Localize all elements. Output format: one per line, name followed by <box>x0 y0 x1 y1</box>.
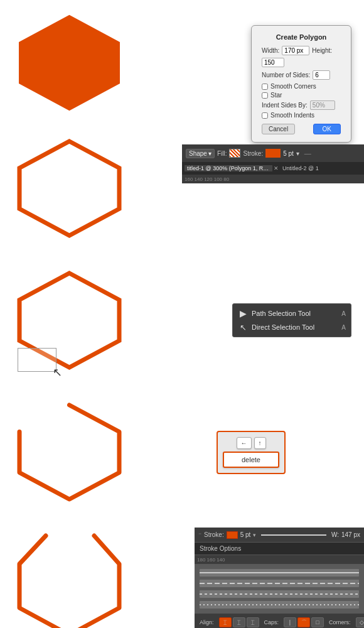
section5-wrapper: ⁻ Stroke: 5 pt ▾ W: 147 px Stroke Option… <box>0 515 364 628</box>
smooth-corners-checkbox[interactable] <box>262 84 268 90</box>
left-arrow-key[interactable]: ← <box>237 437 252 449</box>
path-selection-tool-row[interactable]: ▶ Path Selection Tool A <box>233 306 351 320</box>
smooth-indents-checkbox[interactable] <box>262 112 268 119</box>
align-label: Align: <box>200 619 214 625</box>
tools-panel: ▶ Path Selection Tool A ↖ Direct Selecti… <box>232 303 351 337</box>
fill-swatch[interactable] <box>229 149 240 158</box>
shape-dropdown-label: Shape <box>189 150 207 157</box>
separator-bar: — <box>304 149 311 157</box>
direct-selection-icon: ↖ <box>238 322 248 332</box>
path-selection-icon: ▶ <box>238 308 248 318</box>
stroke-ruler: 180 160 140 <box>195 555 364 564</box>
caps-label: Caps: <box>264 619 279 625</box>
w-value: 147 px <box>341 531 360 538</box>
stroke-options-title: Stroke Options <box>200 545 241 552</box>
caps-buttons: | ⌒ □ <box>284 617 324 627</box>
stroke-swatch[interactable] <box>265 149 281 158</box>
tab-inactive-item[interactable]: Untitled-2 @ 1 <box>280 165 321 171</box>
caps-round-btn[interactable]: ⌒ <box>297 617 310 627</box>
shape-dropdown[interactable]: Shape ▾ <box>186 149 215 158</box>
stroke-icon: ⁻ <box>198 531 201 538</box>
star-checkbox[interactable] <box>262 92 268 99</box>
direct-selection-shortcut: A <box>341 324 346 331</box>
section2-toolbar-area: Shape ▾ Fill: Stroke: 5 pt ▾ — titled-1 … <box>138 126 364 251</box>
shape-dropdown-arrow: ▾ <box>208 150 211 157</box>
solid-line-option[interactable] <box>200 569 359 577</box>
tab-bar: titled-1 @ 300% (Polygon 1, RGB/8) * ✕ U… <box>182 162 364 175</box>
indent-input[interactable] <box>310 100 335 110</box>
ruler-marks-stroke: 180 160 140 <box>197 557 225 563</box>
section3-wrapper: ↖ ▶ Path Selection Tool A ↖ Direct Selec… <box>0 251 364 389</box>
up-arrow-key[interactable]: ↑ <box>254 437 266 449</box>
caps-square-btn[interactable]: □ <box>311 617 324 627</box>
stroke-dash-preview <box>261 534 326 536</box>
height-label: Height: <box>312 47 332 54</box>
fill-label: Fill: <box>217 150 227 157</box>
section1-hex-container <box>0 0 138 126</box>
path-selection-tool-label: Path Selection Tool <box>252 310 311 317</box>
stroke-label: Stroke: <box>243 150 263 157</box>
stroke-bottom-controls: Align: ⌶ ⌶ ⌶ Caps: | ⌒ □ Corners: ◇ <box>195 614 364 628</box>
section5-hex-container <box>0 515 138 628</box>
cursor-icon: ↖ <box>53 367 62 378</box>
width-input[interactable] <box>282 46 309 55</box>
stroke-options-panel: ⁻ Stroke: 5 pt ▾ W: 147 px Stroke Option… <box>195 528 364 628</box>
dash-line-option-2[interactable] <box>200 590 359 598</box>
tab-close-icon[interactable]: ✕ <box>274 165 279 171</box>
section3-hex-container: ↖ <box>0 251 138 389</box>
w-label: W: <box>331 531 339 538</box>
corners-buttons: ◇ ◯ ▭ <box>356 617 364 627</box>
stroke-top-bar: ⁻ Stroke: 5 pt ▾ W: 147 px <box>195 528 364 543</box>
filled-hexagon <box>14 13 124 113</box>
section5-stroke-area: ⁻ Stroke: 5 pt ▾ W: 147 px Stroke Option… <box>138 515 364 628</box>
stroke-top-label: Stroke: <box>204 531 224 538</box>
section2-wrapper: Shape ▾ Fill: Stroke: 5 pt ▾ — titled-1 … <box>0 126 364 251</box>
solid-line <box>200 572 359 573</box>
dot-line <box>200 604 359 605</box>
section2-hex-container <box>0 126 138 251</box>
caps-butt-btn[interactable]: | <box>284 617 296 627</box>
shape-fill-stroke-bar: Shape ▾ Fill: Stroke: 5 pt ▾ — <box>182 144 364 162</box>
direct-selection-tool-label: Direct Selection Tool <box>252 323 314 331</box>
stroke-hexagon-2 <box>14 138 124 239</box>
dash-line-1 <box>200 583 359 584</box>
section4-hex-container <box>0 389 138 515</box>
section4-keyboard-area: ← ↑ delete <box>138 389 364 515</box>
height-input[interactable] <box>262 58 284 67</box>
shape-toolbar-panel: Shape ▾ Fill: Stroke: 5 pt ▾ — titled-1 … <box>182 144 364 183</box>
stroke-color-swatch[interactable] <box>227 531 238 539</box>
align-inside-btn[interactable]: ⌶ <box>219 617 232 627</box>
stroke-top-size: 5 pt <box>240 531 251 538</box>
stroke-dropdown-arrow[interactable]: ▾ <box>296 150 299 157</box>
section3-tools-area: ▶ Path Selection Tool A ↖ Direct Selecti… <box>138 251 364 389</box>
stroke-size-arrow[interactable]: ▾ <box>253 532 256 538</box>
partial-hexagon <box>14 402 124 502</box>
corners-label: Corners: <box>329 619 351 625</box>
open-hexagon <box>14 529 124 629</box>
indent-label: Indent Sides By: <box>262 102 308 109</box>
stroke-lines-area <box>195 564 364 614</box>
width-label: Width: <box>262 47 279 54</box>
direct-selection-tool-row[interactable]: ↖ Direct Selection Tool A <box>233 320 351 334</box>
stroke-options-header: Stroke Options <box>195 543 364 555</box>
ruler-bar: 160 140 120 100 80 <box>182 175 364 183</box>
sides-input[interactable] <box>313 70 330 80</box>
corners-miter-btn[interactable]: ◇ <box>356 617 364 627</box>
ruler-marks: 160 140 120 100 80 <box>185 176 229 182</box>
section1-dialog-area: Create Polygon Width: Height: Number of … <box>138 0 364 126</box>
selection-rectangle <box>18 348 56 372</box>
tab-active-item[interactable]: titled-1 @ 300% (Polygon 1, RGB/8) * <box>185 165 272 171</box>
align-buttons: ⌶ ⌶ ⌶ <box>219 617 259 627</box>
dash-line-option-1[interactable] <box>200 580 359 587</box>
dot-line-option[interactable] <box>200 601 359 609</box>
align-outside-btn[interactable]: ⌶ <box>247 617 259 627</box>
path-selection-shortcut: A <box>341 310 346 317</box>
delete-key[interactable]: delete <box>223 452 279 468</box>
create-polygon-dialog: Create Polygon Width: Height: Number of … <box>251 25 351 143</box>
align-center-btn[interactable]: ⌶ <box>233 617 245 627</box>
section1-wrapper: Create Polygon Width: Height: Number of … <box>0 0 364 126</box>
nav-keys-row: ← ↑ <box>223 437 279 449</box>
section4-wrapper: ← ↑ delete <box>0 389 364 515</box>
svg-marker-1 <box>19 141 119 236</box>
sides-label: Number of Sides: <box>262 72 310 78</box>
